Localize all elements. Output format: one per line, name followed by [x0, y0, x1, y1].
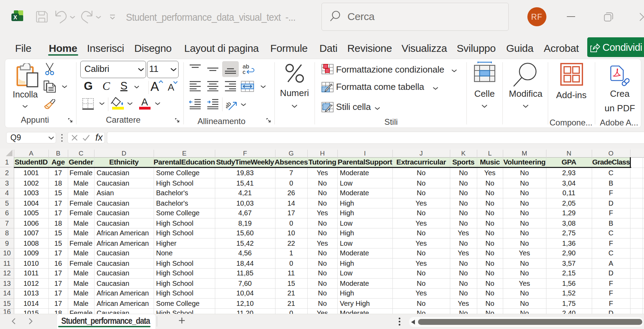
svg-text:c: c [243, 69, 246, 75]
svg-text:ab: ab [226, 100, 233, 110]
svg-text:X: X [13, 15, 17, 20]
